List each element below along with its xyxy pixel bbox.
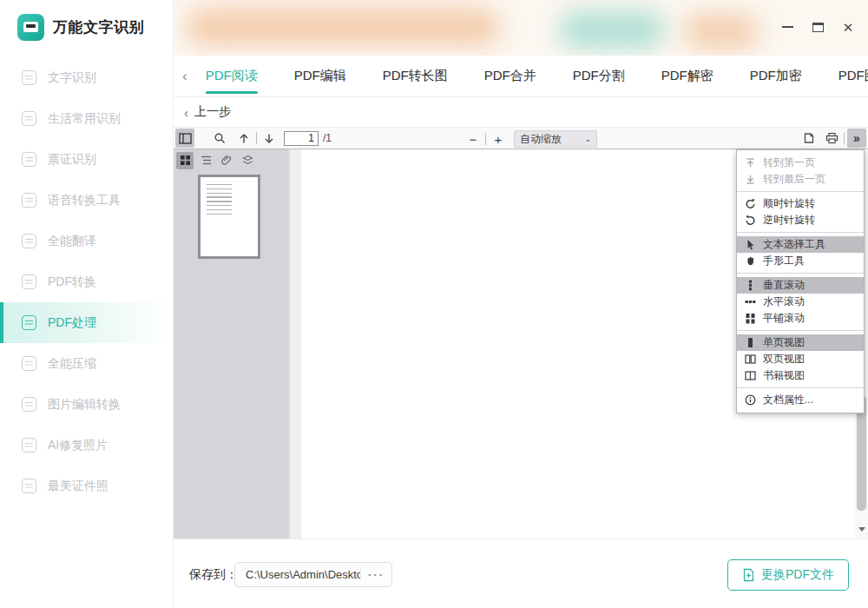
next-page-button[interactable] xyxy=(260,129,279,148)
tab-pdf-split[interactable]: PDF分割 xyxy=(555,56,643,96)
previous-page-button[interactable] xyxy=(234,129,253,148)
menu-item-label: 平铺滚动 xyxy=(763,311,805,326)
app-title: 万能文字识别 xyxy=(53,17,144,37)
menu-item-label: 文档属性... xyxy=(763,393,813,407)
scrollbar-down-arrow[interactable] xyxy=(858,527,865,532)
zoom-level-select[interactable]: 自动缩放 ⌄ xyxy=(514,130,597,148)
menu-item-book-view[interactable]: 书籍视图 xyxy=(737,367,864,384)
file-plus-icon xyxy=(742,568,755,582)
sidebar-toggle-button[interactable] xyxy=(175,129,194,148)
scroll-wrapped-icon xyxy=(745,313,756,324)
chevron-down-icon: ⌄ xyxy=(584,135,591,143)
toolbar-zoom-group: − + 自动缩放 ⌄ xyxy=(464,129,597,149)
tab-label: PDF图片提取 xyxy=(838,68,868,84)
page-number-input[interactable] xyxy=(284,131,319,146)
sidebar: 万能文字识别 文字识别 生活常用识别 票证识别 语音转换工具 全能翻译 PDF转… xyxy=(0,0,174,608)
maximize-icon xyxy=(812,23,824,32)
secondary-toolbar-toggle-button[interactable]: » xyxy=(847,129,866,148)
sidebar-item-label: 全能翻译 xyxy=(48,234,96,249)
rotate-cw-icon xyxy=(745,198,756,209)
bottom-bar: 保存到： C:\Users\Admin\Desktop ··· 更换PDF文件 xyxy=(174,539,868,608)
tab-pdf-edit[interactable]: PDF编辑 xyxy=(276,56,365,96)
zoom-out-button[interactable]: − xyxy=(464,129,483,149)
menu-item-single-page-view[interactable]: 单页视图 xyxy=(737,334,864,351)
tab-pdf-encrypt[interactable]: PDF加密 xyxy=(732,56,820,96)
save-path-field[interactable]: C:\Users\Admin\Desktop ··· xyxy=(234,562,392,587)
minus-icon: − xyxy=(470,132,477,147)
open-file-button[interactable] xyxy=(799,129,819,148)
menu-item-two-page-view[interactable]: 双页视图 xyxy=(737,351,864,367)
zoom-level-value: 自动缩放 xyxy=(520,132,584,147)
menu-item-rotate-counterclockwise[interactable]: 逆时针旋转 xyxy=(737,212,864,228)
menu-item-vertical-scrolling[interactable]: 垂直滚动 xyxy=(737,277,864,294)
page-thumbnail[interactable] xyxy=(198,175,260,259)
image-edit-icon xyxy=(22,397,36,412)
banner-blur-orange xyxy=(186,9,500,45)
tab-pdf-decrypt[interactable]: PDF解密 xyxy=(643,56,732,96)
ai-repair-icon xyxy=(22,438,36,453)
panel-view-switcher xyxy=(174,149,289,171)
tab-label: PDF编辑 xyxy=(294,68,346,84)
sidebar-item-label: 语音转换工具 xyxy=(48,193,121,208)
layers-view-button[interactable] xyxy=(239,152,256,169)
replace-pdf-label: 更换PDF文件 xyxy=(761,567,834,583)
sidebar-item-compress[interactable]: 全能压缩 xyxy=(0,343,173,384)
tab-pdf-image-extract[interactable]: PDF图片提取 xyxy=(820,56,868,96)
arrow-down-icon xyxy=(264,133,274,144)
tab-pdf-read[interactable]: PDF阅读 xyxy=(187,56,276,96)
sidebar-item-image-edit[interactable]: 图片编辑转换 xyxy=(0,384,173,425)
tab-label: PDF解密 xyxy=(661,68,713,84)
view-book-icon xyxy=(745,370,756,381)
sidebar-item-ai-repair[interactable]: AI修复照片 xyxy=(0,425,173,466)
menu-item-hand-tool[interactable]: 手形工具 xyxy=(737,253,864,269)
attachments-view-button[interactable] xyxy=(218,152,235,169)
menu-item-label: 水平滚动 xyxy=(763,294,805,309)
menu-item-wrapped-scrolling[interactable]: 平铺滚动 xyxy=(737,310,864,327)
viewer-content: 转到第一页 转到最后一页 顺时针旋转 逆时针旋转 文本选择工具 xyxy=(174,149,868,539)
doc-properties-icon xyxy=(745,394,756,406)
menu-item-go-last-page: 转到最后一页 xyxy=(737,171,864,188)
menu-item-document-properties[interactable]: 文档属性... xyxy=(737,392,864,408)
sidebar-item-translate[interactable]: 全能翻译 xyxy=(0,221,173,261)
tab-label: PDF加密 xyxy=(750,68,802,84)
toolbar-separator xyxy=(844,132,845,144)
tab-pdf-merge[interactable]: PDF合并 xyxy=(466,56,555,96)
text-recognition-icon xyxy=(22,70,36,85)
print-icon xyxy=(825,132,838,144)
replace-pdf-button[interactable]: 更换PDF文件 xyxy=(727,559,849,591)
search-button[interactable] xyxy=(210,129,229,148)
sidebar-item-text-recognition[interactable]: 文字识别 xyxy=(0,57,173,98)
maximize-button[interactable] xyxy=(808,17,827,36)
menu-item-label: 转到最后一页 xyxy=(763,172,825,187)
menu-item-label: 转到第一页 xyxy=(763,155,815,170)
thumbnail-panel-scrollbar[interactable] xyxy=(289,149,301,539)
close-button[interactable]: ✕ xyxy=(838,17,858,36)
tab-pdf-to-long-image[interactable]: PDF转长图 xyxy=(365,56,466,96)
browse-path-button[interactable]: ··· xyxy=(360,568,391,581)
sidebar-item-pdf-process[interactable]: PDF处理 xyxy=(0,302,173,343)
outline-view-button[interactable] xyxy=(197,152,214,169)
menu-item-label: 单页视图 xyxy=(763,335,805,350)
sidebar-toggle-icon xyxy=(179,133,192,144)
minimize-button[interactable] xyxy=(778,17,797,36)
previous-step-button[interactable]: 上一步 xyxy=(194,104,231,120)
sidebar-item-daily-recognition[interactable]: 生活常用识别 xyxy=(0,98,173,139)
sidebar-item-pdf-convert[interactable]: PDF转换 xyxy=(0,261,173,302)
menu-separator xyxy=(737,273,864,274)
app-logo: 万能文字识别 xyxy=(0,0,173,41)
print-button[interactable] xyxy=(822,129,841,148)
menu-item-text-selection-tool[interactable]: 文本选择工具 xyxy=(737,236,864,253)
toolbar-separator xyxy=(256,132,257,144)
toolbar-right-group: » xyxy=(799,129,866,148)
zoom-in-button[interactable]: + xyxy=(489,129,508,149)
sidebar-item-speech-tools[interactable]: 语音转换工具 xyxy=(0,180,173,221)
thumbnails-view-button[interactable] xyxy=(176,152,194,169)
menu-separator xyxy=(737,232,864,233)
close-icon: ✕ xyxy=(843,21,854,34)
sidebar-item-id-photo[interactable]: 最美证件照 xyxy=(0,466,173,506)
thumbnail-panel xyxy=(174,149,289,539)
menu-item-rotate-clockwise[interactable]: 顺时针旋转 xyxy=(737,195,864,212)
sidebar-item-ticket-recognition[interactable]: 票证识别 xyxy=(0,139,173,180)
menu-item-horizontal-scrolling[interactable]: 水平滚动 xyxy=(737,294,864,310)
page-count-label: /1 xyxy=(323,132,332,144)
